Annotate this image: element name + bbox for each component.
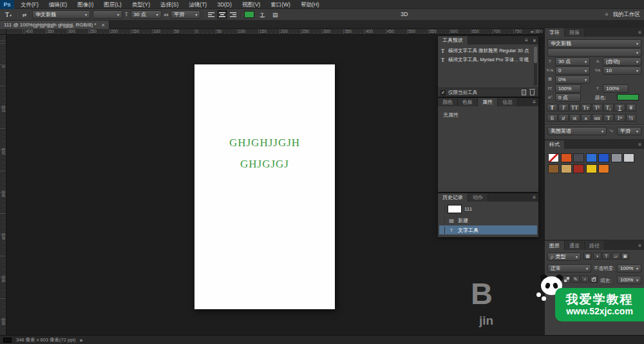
char-hscale-field[interactable]: 100% [603, 84, 629, 93]
history-state-row-selected[interactable]: T 文字工具 [439, 225, 537, 234]
current-tool-only-checkbox[interactable] [440, 90, 446, 95]
workspace-switcher[interactable]: 我的工作区 [603, 10, 641, 19]
text-layer-line-2[interactable]: GHJGJGJ [194, 158, 335, 171]
opentype-button[interactable]: ơ [558, 114, 569, 122]
style-swatch[interactable] [548, 164, 559, 173]
tab-color[interactable]: 颜色 [438, 98, 458, 106]
opentype-button[interactable]: fi [547, 114, 558, 122]
anti-alias-select[interactable]: 平滑 [171, 10, 200, 19]
menu-item[interactable]: 滤镜(T) [184, 0, 212, 9]
panel-close-icon[interactable] [531, 36, 538, 44]
style-swatch[interactable] [611, 153, 622, 162]
lock-position-icon[interactable]: ＋ [581, 276, 589, 283]
char-anti-alias-select[interactable]: 平滑 [617, 127, 641, 135]
char-proportional-select[interactable]: 0% [555, 75, 590, 84]
char-size-select[interactable]: 30 点 [555, 57, 590, 66]
layer-filter-icon[interactable]: T [602, 253, 611, 260]
tab-layers[interactable]: 图层 [545, 241, 565, 250]
style-swatch[interactable] [548, 153, 559, 162]
style-swatch[interactable] [586, 153, 597, 162]
format-button[interactable]: T [547, 104, 558, 111]
close-icon[interactable] [101, 22, 104, 28]
document-tab[interactable]: 111 @ 100%(ghjghjjgjh ghjgjgj, RGB/8) * [0, 21, 109, 29]
layer-filter-select[interactable]: ρ 类型 [547, 253, 581, 261]
zoom-field[interactable] [3, 338, 12, 343]
menu-item[interactable]: 选择(S) [155, 0, 184, 9]
layer-filter-icon[interactable]: ▣ [621, 253, 629, 260]
history-source-cell[interactable] [439, 227, 445, 234]
fill-select[interactable]: 100% [617, 276, 641, 284]
scrollbar-thumb[interactable] [534, 46, 537, 63]
tab-history[interactable]: 历史记录 [438, 193, 468, 202]
history-snapshot-row[interactable]: 111 [439, 204, 537, 214]
vertical-ruler[interactable]: 0100200300400500600 [0, 35, 6, 335]
layer-filter-icon[interactable]: ◑ [593, 253, 601, 260]
font-style-select[interactable] [93, 10, 122, 19]
char-leading-select[interactable]: (自动) [603, 57, 641, 66]
collapse-dock-icon[interactable] [531, 29, 533, 35]
char-tracking-select[interactable]: 10 [603, 66, 641, 75]
snapshot-thumbnail[interactable] [448, 205, 462, 213]
char-baseline-field[interactable]: 0 点 [555, 93, 581, 102]
panel-menu-icon[interactable] [636, 28, 644, 37]
tab-info[interactable]: 信息 [498, 98, 518, 106]
style-swatch[interactable] [586, 164, 597, 173]
char-color-swatch[interactable] [617, 94, 639, 100]
menu-item[interactable]: 窗口(W) [265, 0, 296, 9]
menu-item[interactable]: 文件(F) [15, 0, 44, 9]
ruler-origin-corner[interactable] [0, 29, 6, 35]
char-vscale-field[interactable]: 100% [555, 84, 581, 93]
format-button[interactable]: T [558, 104, 569, 111]
tool-preset-item[interactable]: T 横排文字工具 微软雅黑 Regular 30 点 [440, 47, 533, 55]
format-button[interactable]: TT [569, 104, 580, 111]
tool-preset-picker[interactable]: T [3, 10, 14, 19]
history-source-cell[interactable] [439, 205, 445, 213]
text-layer-line-1[interactable]: GHJGHJJGJH [194, 137, 335, 149]
status-options-icon[interactable] [80, 337, 84, 343]
tool-preset-item[interactable]: T 横排文字工具, Myriad Pro 字体，常规 [440, 56, 533, 64]
panel-menu-icon[interactable] [636, 241, 644, 250]
text-orientation-button[interactable] [19, 10, 30, 19]
layer-filter-icon[interactable]: ▦ [583, 253, 592, 260]
format-button[interactable]: T₁ [603, 104, 614, 111]
tab-paragraph[interactable]: 段落 [565, 28, 585, 37]
tab-properties[interactable]: 属性 [478, 98, 498, 106]
language-select[interactable]: 美国英语 [547, 127, 607, 135]
menu-item-3d[interactable]: 3D [401, 11, 408, 17]
menu-item[interactable]: 编辑(E) [44, 0, 72, 9]
opacity-select[interactable]: 100% [617, 264, 641, 272]
horizontal-ruler[interactable]: 4003503002502001501005005010015020025030… [6, 29, 540, 35]
format-button[interactable]: Tᴛ [581, 104, 592, 111]
char-kerning-select[interactable]: 0 [555, 66, 590, 75]
tab-paths[interactable]: 路径 [585, 241, 605, 250]
panel-menu-icon[interactable] [522, 36, 531, 44]
menu-item[interactable]: 图层(L) [99, 0, 126, 9]
menu-item[interactable]: 类型(Y) [127, 0, 155, 9]
tab-swatches[interactable]: 色板 [458, 98, 478, 106]
align-right-button[interactable] [228, 10, 238, 19]
opentype-button[interactable]: ɑɑ [592, 114, 603, 122]
font-family-select[interactable]: 华文新魏 [32, 10, 90, 19]
warp-text-button[interactable]: T [257, 10, 267, 19]
menu-item[interactable]: 3D(D) [212, 0, 237, 9]
layer-filter-icon[interactable]: ▱ [612, 253, 620, 260]
char-font-family-select[interactable]: 华文新魏 [547, 39, 641, 48]
style-swatch[interactable] [598, 153, 609, 162]
panel-menu-icon[interactable] [530, 193, 538, 202]
text-color-swatch[interactable] [244, 11, 254, 18]
opentype-button[interactable]: 1ˢᵗ [614, 114, 625, 122]
style-swatch[interactable] [561, 153, 572, 162]
opentype-button[interactable]: ᴀ [581, 114, 592, 122]
style-swatch[interactable] [573, 164, 584, 173]
history-state-row[interactable]: ▤ 新建 [439, 216, 537, 225]
style-swatch[interactable] [598, 164, 609, 173]
align-left-button[interactable] [206, 10, 216, 19]
menu-item[interactable]: 帮助(H) [296, 0, 325, 9]
tab-character[interactable]: 字符 [545, 28, 565, 37]
font-size-select[interactable]: 30 点 [131, 10, 162, 19]
tab-actions[interactable]: 动作 [468, 193, 488, 202]
align-center-button[interactable] [217, 10, 227, 19]
opentype-button[interactable]: st [569, 114, 580, 122]
menu-item[interactable]: 图像(I) [72, 0, 99, 9]
style-swatch[interactable] [623, 153, 634, 162]
